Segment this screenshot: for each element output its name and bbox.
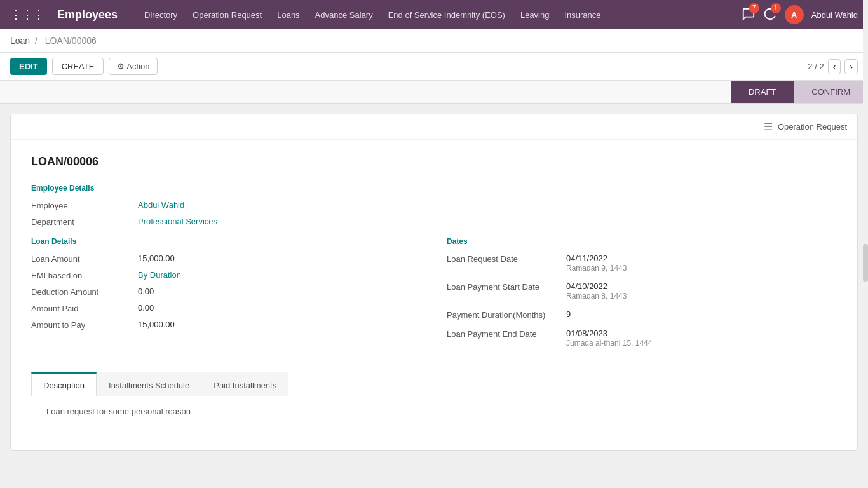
tab-description-content: Loan request for some personal reason: [31, 396, 837, 435]
form-body: LOAN/00006 Employee Details Employee Abd…: [11, 140, 857, 450]
two-col-section: Loan Details Loan Amount 15,000.00 EMI b…: [31, 237, 837, 356]
dates-column: Dates Loan Request Date 04/11/2022 Ramad…: [447, 237, 837, 356]
breadcrumb-separator: /: [35, 36, 37, 46]
payment-duration-label: Payment Duration(Months): [447, 309, 561, 320]
activity-icon-button[interactable]: 1: [763, 7, 777, 23]
payment-duration-value: 9: [566, 309, 571, 319]
loan-payment-end-date-value: 01/08/2023: [566, 329, 652, 338]
status-bar: DRAFT CONFIRM: [0, 81, 868, 104]
dates-section-title: Dates: [447, 237, 837, 246]
activity-badge: 1: [771, 3, 781, 13]
employee-field-row: Employee Abdul Wahid: [31, 200, 837, 210]
employee-details-section-title: Employee Details: [31, 184, 837, 193]
amount-to-pay-row: Amount to Pay 15,000.00: [31, 320, 421, 330]
loan-payment-end-date-alt: Jumada al-thani 15, 1444: [566, 339, 652, 348]
list-icon: ☰: [764, 121, 773, 133]
loan-details-column: Loan Details Loan Amount 15,000.00 EMI b…: [31, 237, 421, 356]
loan-payment-start-date-alt: Ramadan 8, 1443: [566, 292, 627, 301]
operation-request-label[interactable]: Operation Request: [778, 122, 847, 132]
loan-request-date-label: Loan Request Date: [447, 254, 561, 264]
breadcrumb-current: LOAN/00006: [45, 36, 97, 46]
scrollbar-thumb[interactable]: [863, 244, 868, 282]
loan-payment-end-date-block: 01/08/2023 Jumada al-thani 15, 1444: [566, 329, 652, 348]
loan-request-date-row: Loan Request Date 04/11/2022 Ramadan 9, …: [447, 254, 837, 273]
payment-duration-row: Payment Duration(Months) 9: [447, 309, 837, 320]
loan-payment-start-date-value: 04/10/2022: [566, 281, 627, 291]
loan-request-date-value: 04/11/2022: [566, 254, 627, 263]
deduction-amount-value: 0.00: [138, 287, 154, 296]
record-title: LOAN/00006: [31, 155, 837, 168]
tabs-bar: Description Installments Schedule Paid I…: [31, 372, 837, 396]
pager-prev-button[interactable]: ‹: [828, 59, 841, 74]
loan-payment-end-date-label: Loan Payment End Date: [447, 329, 561, 339]
status-step-draft[interactable]: DRAFT: [731, 81, 794, 103]
employee-label: Employee: [31, 200, 133, 210]
edit-button[interactable]: EDIT: [10, 58, 47, 75]
emi-based-on-row: EMI based on By Duration: [31, 270, 421, 280]
app-brand: Employees: [57, 8, 118, 22]
loan-payment-start-date-row: Loan Payment Start Date 04/10/2022 Ramad…: [447, 281, 837, 301]
loan-request-date-alt: Ramadan 9, 1443: [566, 264, 627, 273]
toolbar: EDIT CREATE ⚙ Action 2 / 2 ‹ ›: [0, 53, 868, 81]
username-label[interactable]: Abdul Wahid: [811, 10, 858, 20]
amount-paid-label: Amount Paid: [31, 303, 133, 313]
breadcrumb-parent[interactable]: Loan: [10, 36, 30, 46]
department-label: Department: [31, 217, 133, 227]
employee-value[interactable]: Abdul Wahid: [138, 200, 184, 210]
status-steps: DRAFT CONFIRM: [731, 81, 868, 103]
department-value[interactable]: Professional Services: [138, 217, 217, 226]
nav-link-advance-salary[interactable]: Advance Salary: [309, 8, 379, 22]
description-text: Loan request for some personal reason: [46, 407, 191, 416]
loan-details-section-title: Loan Details: [31, 237, 421, 246]
status-step-confirm[interactable]: CONFIRM: [794, 81, 868, 103]
tab-installments-schedule[interactable]: Installments Schedule: [97, 372, 201, 396]
loan-request-date-block: 04/11/2022 Ramadan 9, 1443: [566, 254, 627, 273]
loan-amount-row: Loan Amount 15,000.00: [31, 254, 421, 264]
message-badge: 7: [749, 3, 759, 13]
nav-link-loans[interactable]: Loans: [271, 8, 306, 22]
pager-next-button[interactable]: ›: [844, 59, 858, 74]
nav-link-directory[interactable]: Directory: [138, 8, 184, 22]
create-button[interactable]: CREATE: [52, 58, 104, 75]
messages-icon-button[interactable]: 7: [742, 7, 756, 23]
tab-description[interactable]: Description: [31, 372, 97, 396]
topnav-right: 7 1 A Abdul Wahid: [742, 5, 858, 24]
nav-link-operation-request[interactable]: Operation Request: [186, 8, 268, 22]
loan-amount-label: Loan Amount: [31, 254, 133, 264]
loan-payment-start-date-label: Loan Payment Start Date: [447, 281, 561, 292]
department-field-row: Department Professional Services: [31, 217, 837, 227]
deduction-amount-row: Deduction Amount 0.00: [31, 287, 421, 297]
nav-link-leaving[interactable]: Leaving: [514, 8, 556, 22]
form-card: ☰ Operation Request LOAN/00006 Employee …: [10, 114, 858, 451]
nav-links: Directory Operation Request Loans Advanc…: [138, 8, 731, 22]
breadcrumb: Loan / LOAN/00006: [0, 29, 868, 53]
action-button[interactable]: ⚙ Action: [109, 58, 158, 75]
amount-to-pay-label: Amount to Pay: [31, 320, 133, 330]
amount-paid-row: Amount Paid 0.00: [31, 303, 421, 313]
pager: 2 / 2 ‹ ›: [808, 59, 858, 74]
pager-text: 2 / 2: [808, 62, 824, 71]
amount-to-pay-value: 15,000.00: [138, 320, 175, 329]
nav-link-insurance[interactable]: Insurance: [558, 8, 607, 22]
deduction-amount-label: Deduction Amount: [31, 287, 133, 297]
amount-paid-value: 0.00: [138, 303, 154, 313]
nav-link-eos[interactable]: End of Service Indemnity (EOS): [382, 8, 512, 22]
loan-payment-end-date-row: Loan Payment End Date 01/08/2023 Jumada …: [447, 329, 837, 348]
scrollbar-track[interactable]: [863, 0, 868, 461]
top-navbar: ⋮⋮⋮ Employees Directory Operation Reques…: [0, 0, 868, 29]
tab-paid-installments[interactable]: Paid Installments: [201, 372, 288, 396]
user-avatar[interactable]: A: [785, 5, 804, 24]
form-card-header: ☰ Operation Request: [11, 114, 857, 140]
loan-payment-start-date-block: 04/10/2022 Ramadan 8, 1443: [566, 281, 627, 301]
emi-based-on-value: By Duration: [138, 270, 181, 280]
emi-based-on-label: EMI based on: [31, 270, 133, 280]
apps-menu-icon[interactable]: ⋮⋮⋮: [10, 8, 44, 22]
main-content: ☰ Operation Request LOAN/00006 Employee …: [0, 104, 868, 461]
loan-amount-value: 15,000.00: [138, 254, 175, 263]
payment-duration-block: 9: [566, 309, 571, 319]
